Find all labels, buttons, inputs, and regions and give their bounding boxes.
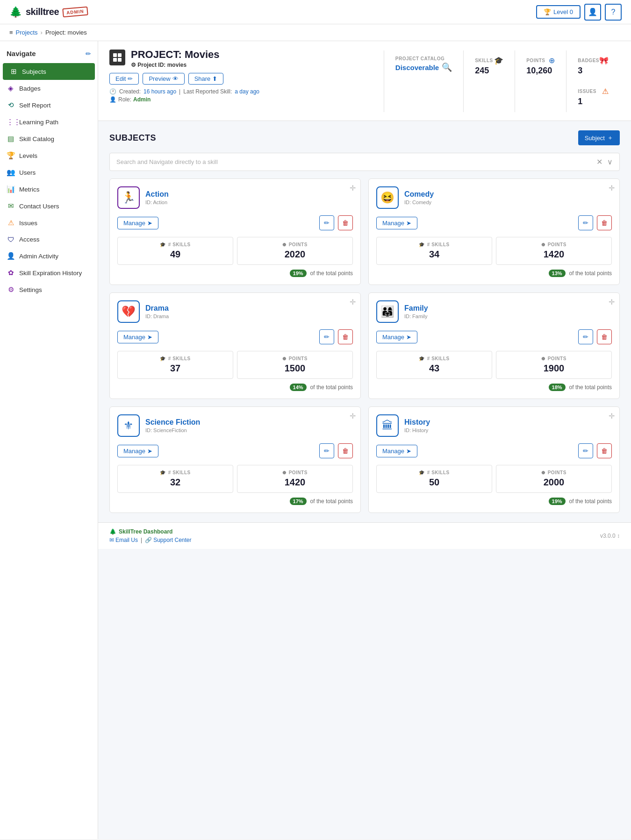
- skills-value-family: 43: [382, 363, 486, 374]
- edit-subject-button-science-fiction[interactable]: ✏: [319, 443, 334, 458]
- close-icon[interactable]: ✕: [596, 157, 602, 166]
- percent-badge-drama: 14%: [290, 384, 307, 391]
- project-header: PROJECT: Movies ⚙ Project ID: movies Edi…: [98, 41, 631, 121]
- percent-badge-comedy: 13%: [549, 270, 566, 277]
- subject-card-comedy: ✛ 😆 Comedy ID: Comedy Manage ➤ ✏ 🗑: [368, 178, 620, 285]
- edit-subject-button-drama[interactable]: ✏: [319, 329, 334, 344]
- sidebar-item-admin-activity[interactable]: 👤 Admin Activity: [0, 248, 98, 264]
- card-stats-family: 🎓 # SKILLS 43 ⊕ POINTS 1900: [376, 351, 612, 379]
- drag-handle-comedy[interactable]: ✛: [609, 184, 615, 192]
- edit-subject-button-action[interactable]: ✏: [319, 215, 334, 230]
- level-button[interactable]: 🏆 Level 0: [536, 5, 581, 19]
- edit-subject-button-history[interactable]: ✏: [578, 443, 593, 458]
- plus-icon: ＋: [607, 134, 613, 142]
- search-actions: ✕ ∨: [596, 157, 613, 166]
- skills-stat-family: 🎓 # SKILLS 43: [376, 351, 492, 379]
- drag-handle-action[interactable]: ✛: [350, 184, 356, 192]
- email-us-link[interactable]: ✉ Email Us: [109, 537, 138, 543]
- help-button[interactable]: ?: [605, 4, 622, 21]
- sidebar-edit-icon[interactable]: ✏: [86, 50, 91, 57]
- main-layout: Navigate ✏ ⊞ Subjects ◈ Badges ⟲ Self Re…: [0, 41, 631, 839]
- sidebar-item-access[interactable]: 🛡 Access: [0, 231, 98, 248]
- breadcrumb-projects-link[interactable]: Projects: [16, 29, 38, 36]
- card-header-drama: 💔 Drama ID: Drama: [117, 300, 353, 323]
- points-value-drama: 1500: [243, 363, 347, 374]
- grad-icon-family: 🎓: [419, 356, 425, 361]
- points-value-science-fiction: 1420: [243, 477, 347, 488]
- skills-value-comedy: 34: [382, 249, 486, 260]
- delete-subject-button-history[interactable]: 🗑: [597, 443, 612, 458]
- sidebar-label-badges: Badges: [19, 85, 41, 92]
- sidebar-item-skill-catalog[interactable]: ▤ Skill Catalog: [0, 130, 98, 147]
- sidebar-item-users[interactable]: 👥 Users: [0, 164, 98, 181]
- manage-button-drama[interactable]: Manage ➤: [117, 331, 158, 343]
- stat-catalog: PROJECT CATALOG Discoverable 🔍: [384, 50, 463, 112]
- stat-group-right: BADGES 🎀 3 ISSUES ⚠ 1: [566, 50, 620, 112]
- card-header-science-fiction: ⚜ Science Fiction ID: ScienceFiction: [117, 414, 353, 437]
- users-icon: 👥: [7, 168, 15, 177]
- preview-button[interactable]: Preview 👁: [143, 73, 184, 85]
- share-button[interactable]: Share ⬆: [188, 73, 224, 85]
- subject-card-family: ✛ 👨‍👩‍👧 Family ID: Family Manage ➤ ✏ 🗑: [368, 292, 620, 399]
- project-role: 👤 Role: Admin: [109, 96, 376, 103]
- subject-id-action: ID: Action: [145, 199, 169, 205]
- manage-button-comedy[interactable]: Manage ➤: [376, 217, 417, 229]
- manage-arrow-icon: ➤: [147, 334, 152, 341]
- badges-icon: ◈: [7, 84, 15, 93]
- sidebar-label-admin-activity: Admin Activity: [19, 253, 58, 260]
- manage-button-family[interactable]: Manage ➤: [376, 331, 417, 343]
- subject-id-drama: ID: Drama: [145, 313, 169, 319]
- footer-brand[interactable]: 🌲 SkillTree Dashboard: [109, 528, 172, 535]
- drag-handle-family[interactable]: ✛: [609, 298, 615, 306]
- drag-handle-history[interactable]: ✛: [609, 412, 615, 420]
- sidebar-label-access: Access: [19, 236, 40, 243]
- manage-button-history[interactable]: Manage ➤: [376, 445, 417, 457]
- delete-subject-button-drama[interactable]: 🗑: [338, 329, 353, 344]
- card-percent-family: 18% of the total points: [376, 384, 612, 391]
- sidebar-item-badges[interactable]: ◈ Badges: [0, 80, 98, 97]
- manage-button-science-fiction[interactable]: Manage ➤: [117, 445, 158, 457]
- edit-subject-button-family[interactable]: ✏: [578, 329, 593, 344]
- sidebar-item-issues[interactable]: ⚠ Issues: [0, 214, 98, 231]
- sidebar-item-self-report[interactable]: ⟲ Self Report: [0, 97, 98, 114]
- edit-button[interactable]: Edit ✏: [109, 73, 139, 85]
- sidebar-item-levels[interactable]: 🏆 Levels: [0, 147, 98, 164]
- warning-icon: ⚠: [602, 87, 609, 96]
- sidebar-item-contact-users[interactable]: ✉ Contact Users: [0, 198, 98, 214]
- card-header-comedy: 😆 Comedy ID: Comedy: [376, 186, 612, 209]
- sidebar-item-learning-path[interactable]: ⋮⋮ Learning Path: [0, 114, 98, 130]
- sidebar-item-settings[interactable]: ⚙ Settings: [0, 281, 98, 298]
- delete-subject-button-science-fiction[interactable]: 🗑: [338, 443, 353, 458]
- project-stats: PROJECT CATALOG Discoverable 🔍 SKILLS 🎓 …: [384, 50, 620, 112]
- subject-icon-action: 🏃: [117, 186, 140, 209]
- card-stats-action: 🎓 # SKILLS 49 ⊕ POINTS 2020: [117, 237, 353, 265]
- subject-name-family: Family: [404, 304, 428, 313]
- sidebar-item-metrics[interactable]: 📊 Metrics: [0, 181, 98, 198]
- points-value-action: 2020: [243, 249, 347, 260]
- support-center-link[interactable]: 🔗 Support Center: [145, 537, 191, 543]
- sidebar-item-subjects[interactable]: ⊞ Subjects: [3, 63, 95, 80]
- delete-subject-button-family[interactable]: 🗑: [597, 329, 612, 344]
- chevron-down-icon[interactable]: ∨: [607, 157, 613, 166]
- edit-subject-button-comedy[interactable]: ✏: [578, 215, 593, 230]
- card-stats-science-fiction: 🎓 # SKILLS 32 ⊕ POINTS 1420: [117, 465, 353, 493]
- sidebar-item-skill-expiration[interactable]: ✿ Skill Expiration History: [0, 264, 98, 281]
- manage-arrow-icon: ➤: [406, 334, 411, 341]
- skills-value-science-fiction: 32: [123, 477, 227, 488]
- learning-path-icon: ⋮⋮: [7, 118, 15, 126]
- drag-handle-science-fiction[interactable]: ✛: [350, 412, 356, 420]
- sidebar-label-settings: Settings: [19, 286, 42, 293]
- drag-handle-drama[interactable]: ✛: [350, 298, 356, 306]
- project-meta: 🕐 Created: 16 hours ago | Last Reported …: [109, 88, 376, 95]
- subject-icon-drama: 💔: [117, 300, 140, 323]
- add-subject-button[interactable]: Subject ＋: [578, 130, 620, 145]
- user-button[interactable]: 👤: [584, 4, 601, 21]
- stat-points: POINTS ⊕ 10,260: [515, 50, 566, 112]
- grad-icon-drama: 🎓: [160, 356, 166, 361]
- delete-subject-button-comedy[interactable]: 🗑: [597, 215, 612, 230]
- manage-button-action[interactable]: Manage ➤: [117, 217, 158, 229]
- delete-subject-button-action[interactable]: 🗑: [338, 215, 353, 230]
- sidebar-label-contact-users: Contact Users: [19, 203, 59, 210]
- subject-name-history: History: [404, 418, 430, 427]
- settings-icon: ⚙: [7, 285, 15, 294]
